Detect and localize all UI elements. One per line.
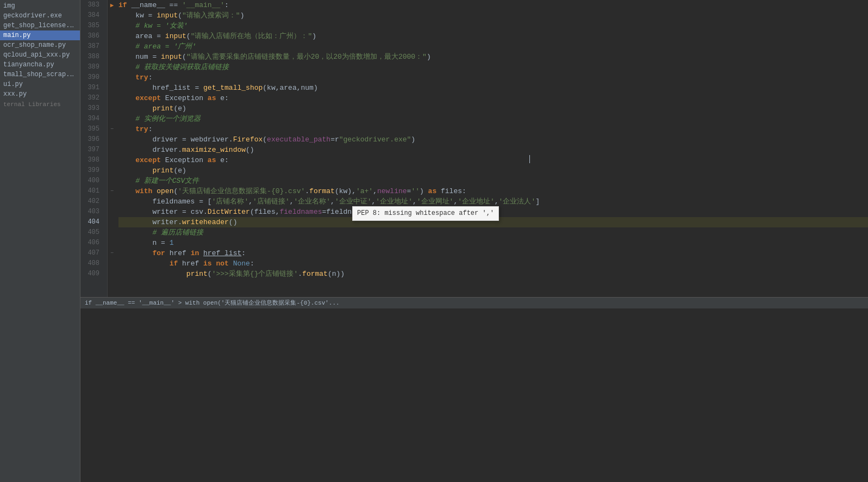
sidebar-item-tianyancha[interactable]: tianyancha.py <box>0 60 80 70</box>
code-line-394: # 实例化一个浏览器 <box>118 114 868 124</box>
sidebar-item-get-shop-license[interactable]: get_shop_license.py <box>0 21 80 30</box>
breadcrumb: if __name__ == '__main__' > with open('天… <box>80 297 868 308</box>
sidebar-item-ui[interactable]: ui.py <box>0 79 80 89</box>
breadcrumb-text: if __name__ == '__main__' > with open('天… <box>85 299 340 307</box>
code-content[interactable]: if __name__ == '__main__': kw = input("请… <box>116 0 868 297</box>
code-line-387: # area = '广州' <box>118 41 868 52</box>
fold-arrow-383[interactable]: ▶ <box>110 2 114 9</box>
empty-editor-area <box>80 308 868 482</box>
code-line-408: if href is not None: <box>118 258 868 269</box>
code-line-389: # 获取按关键词获取店铺链接 <box>118 62 868 72</box>
code-line-395: try: <box>118 124 868 134</box>
pep8-tooltip: PEP 8: missing whitespace after ',' <box>352 206 499 221</box>
sidebar-item-geckodriver[interactable]: geckodriver.exe <box>0 11 80 21</box>
code-line-390: try: <box>118 72 868 83</box>
sidebar-item-xxx[interactable]: xxx.py <box>0 89 80 99</box>
code-line-384: kw = input("请输入搜索词：") <box>118 10 868 21</box>
code-line-399: print(e) <box>118 165 868 176</box>
code-line-400: # 新建一个CSV文件 <box>118 176 868 186</box>
fold-arrow-401[interactable]: − <box>110 188 114 194</box>
code-line-405: # 遍历店铺链接 <box>118 227 868 238</box>
code-editor: 383 384 385 386 387 388 389 390 391 392 … <box>80 0 868 482</box>
line-numbers: 383 384 385 386 387 388 389 390 391 392 … <box>80 0 108 297</box>
sidebar-item-img[interactable]: img <box>0 1 80 11</box>
code-line-386: area = input("请输入店铺所在地（比如：广州）：") <box>118 31 868 41</box>
code-line-398: except Exception as e: <box>118 155 868 165</box>
code-line-409: print('>>>采集第{}个店铺链接'.format(n)) <box>118 269 868 279</box>
code-area[interactable]: 383 384 385 386 387 388 389 390 391 392 … <box>80 0 868 297</box>
code-line-392: except Exception as e: <box>118 93 868 103</box>
code-line-393: print(e) <box>118 103 868 114</box>
fold-arrow-395[interactable]: − <box>110 126 114 132</box>
code-line-397: driver.maximize_window() <box>118 145 868 155</box>
gutter: ▶ − <box>108 0 116 297</box>
code-line-407: for href in href_list: <box>118 248 868 258</box>
sidebar-item-qcloud-api[interactable]: qcloud_api_xxx.py <box>0 50 80 60</box>
code-line-396: driver = webdriver.Firefox(executable_pa… <box>118 134 868 145</box>
code-line-385: # kw = '女装' <box>118 21 868 31</box>
sidebar-item-tmall-shop-scrap[interactable]: tmall_shop_scrap.py <box>0 70 80 79</box>
file-tree: img geckodriver.exe get_shop_license.py … <box>0 0 80 482</box>
code-line-383: if __name__ == '__main__': <box>118 0 868 10</box>
code-line-401: with open('天猫店铺企业信息数据采集-{0}.csv'.format(… <box>118 186 868 196</box>
fold-arrow-408[interactable]: − <box>110 250 114 256</box>
sidebar-section-libraries: ternal Libraries <box>0 99 80 109</box>
code-line-388: num = input("请输入需要采集的店铺链接数量，最小20，以20为倍数增… <box>118 52 868 62</box>
code-line-391: href_list = get_tmall_shop(kw,area,num) <box>118 83 868 93</box>
text-cursor <box>529 155 530 163</box>
sidebar-item-main[interactable]: main.py <box>0 30 80 40</box>
code-line-402: fieldnames = ['店铺名称','店铺链接','企业名称','企业中证… <box>118 196 868 207</box>
sidebar-item-ocr-shop-name[interactable]: ocr_shop_name.py <box>0 40 80 50</box>
code-line-406: n = 1 <box>118 238 868 248</box>
